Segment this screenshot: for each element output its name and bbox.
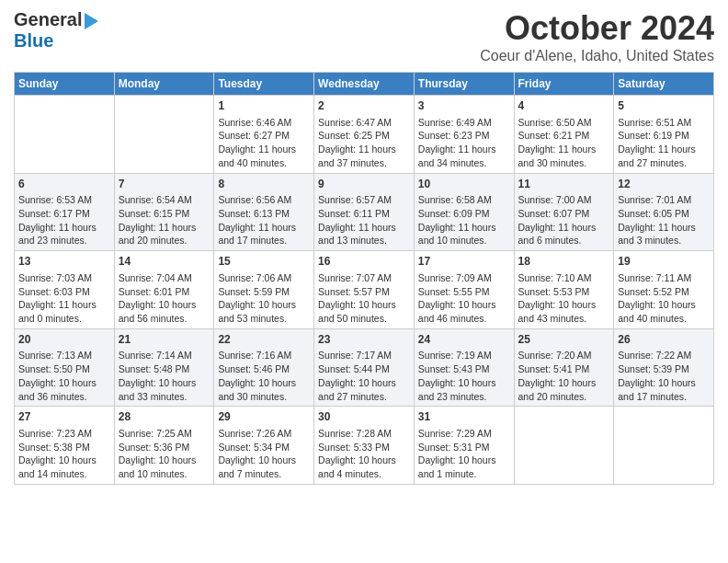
day-number: 2 bbox=[318, 98, 410, 114]
title-block: October 2024 Coeur d'Alene, Idaho, Unite… bbox=[480, 9, 714, 64]
header-sunday: Sunday bbox=[15, 73, 115, 96]
calendar-cell: 19Sunrise: 7:11 AM Sunset: 5:52 PM Dayli… bbox=[614, 251, 714, 329]
day-content: Sunrise: 6:56 AM Sunset: 6:13 PM Dayligh… bbox=[218, 193, 310, 247]
day-number: 12 bbox=[618, 177, 710, 192]
header-monday: Monday bbox=[114, 73, 214, 96]
day-content: Sunrise: 7:00 AM Sunset: 6:07 PM Dayligh… bbox=[518, 193, 610, 247]
header-thursday: Thursday bbox=[414, 73, 514, 96]
logo-general: General bbox=[14, 9, 82, 30]
week-row-1: 1Sunrise: 6:46 AM Sunset: 6:27 PM Daylig… bbox=[15, 96, 714, 174]
calendar-cell: 3Sunrise: 6:49 AM Sunset: 6:23 PM Daylig… bbox=[414, 96, 514, 174]
calendar-cell bbox=[614, 407, 714, 485]
calendar-cell: 25Sunrise: 7:20 AM Sunset: 5:41 PM Dayli… bbox=[514, 328, 614, 407]
calendar-cell: 31Sunrise: 7:29 AM Sunset: 5:31 PM Dayli… bbox=[414, 407, 514, 485]
calendar-cell: 27Sunrise: 7:23 AM Sunset: 5:38 PM Dayli… bbox=[15, 407, 115, 485]
day-number: 28 bbox=[119, 409, 210, 425]
day-number: 18 bbox=[518, 254, 610, 270]
week-row-2: 6Sunrise: 6:53 AM Sunset: 6:17 PM Daylig… bbox=[15, 173, 714, 251]
calendar-cell: 14Sunrise: 7:04 AM Sunset: 6:01 PM Dayli… bbox=[114, 251, 214, 329]
calendar-cell: 26Sunrise: 7:22 AM Sunset: 5:39 PM Dayli… bbox=[614, 328, 714, 407]
day-content: Sunrise: 7:19 AM Sunset: 5:43 PM Dayligh… bbox=[418, 349, 510, 403]
calendar-cell: 15Sunrise: 7:06 AM Sunset: 5:59 PM Dayli… bbox=[214, 251, 314, 329]
calendar-cell: 18Sunrise: 7:10 AM Sunset: 5:53 PM Dayli… bbox=[514, 251, 614, 329]
day-number: 25 bbox=[518, 332, 610, 348]
calendar-cell: 11Sunrise: 7:00 AM Sunset: 6:07 PM Dayli… bbox=[514, 173, 614, 251]
logo-arrow-icon bbox=[85, 13, 98, 29]
calendar-cell: 29Sunrise: 7:26 AM Sunset: 5:34 PM Dayli… bbox=[214, 407, 314, 485]
calendar-cell: 16Sunrise: 7:07 AM Sunset: 5:57 PM Dayli… bbox=[314, 251, 415, 329]
day-content: Sunrise: 7:20 AM Sunset: 5:41 PM Dayligh… bbox=[518, 349, 610, 403]
day-content: Sunrise: 7:23 AM Sunset: 5:38 PM Dayligh… bbox=[18, 427, 110, 481]
day-number: 15 bbox=[218, 254, 310, 270]
day-number: 13 bbox=[18, 254, 110, 270]
calendar-cell: 7Sunrise: 6:54 AM Sunset: 6:15 PM Daylig… bbox=[114, 173, 214, 251]
week-row-5: 27Sunrise: 7:23 AM Sunset: 5:38 PM Dayli… bbox=[15, 407, 714, 485]
day-content: Sunrise: 6:54 AM Sunset: 6:15 PM Dayligh… bbox=[119, 193, 210, 247]
logo-blue: Blue bbox=[14, 30, 53, 51]
day-number: 30 bbox=[318, 409, 410, 425]
day-content: Sunrise: 6:57 AM Sunset: 6:11 PM Dayligh… bbox=[318, 193, 410, 247]
day-content: Sunrise: 7:26 AM Sunset: 5:34 PM Dayligh… bbox=[218, 427, 310, 481]
week-row-4: 20Sunrise: 7:13 AM Sunset: 5:50 PM Dayli… bbox=[15, 328, 714, 407]
header-saturday: Saturday bbox=[614, 73, 714, 96]
day-number: 22 bbox=[218, 332, 310, 348]
day-number: 1 bbox=[218, 98, 310, 114]
day-number: 11 bbox=[518, 177, 610, 192]
calendar-cell: 24Sunrise: 7:19 AM Sunset: 5:43 PM Dayli… bbox=[414, 328, 514, 407]
day-content: Sunrise: 7:14 AM Sunset: 5:48 PM Dayligh… bbox=[119, 349, 210, 403]
day-content: Sunrise: 6:58 AM Sunset: 6:09 PM Dayligh… bbox=[418, 193, 510, 247]
day-number: 27 bbox=[18, 409, 110, 425]
logo: General Blue bbox=[14, 9, 98, 52]
day-number: 3 bbox=[418, 98, 510, 114]
day-content: Sunrise: 7:17 AM Sunset: 5:44 PM Dayligh… bbox=[318, 349, 410, 403]
day-content: Sunrise: 7:03 AM Sunset: 6:03 PM Dayligh… bbox=[18, 271, 110, 326]
day-content: Sunrise: 7:28 AM Sunset: 5:33 PM Dayligh… bbox=[318, 427, 410, 481]
day-number: 14 bbox=[119, 254, 210, 270]
calendar-cell: 17Sunrise: 7:09 AM Sunset: 5:55 PM Dayli… bbox=[414, 251, 514, 329]
day-number: 16 bbox=[318, 254, 410, 270]
calendar-cell: 21Sunrise: 7:14 AM Sunset: 5:48 PM Dayli… bbox=[114, 328, 214, 407]
calendar-cell: 23Sunrise: 7:17 AM Sunset: 5:44 PM Dayli… bbox=[314, 328, 415, 407]
calendar-cell: 20Sunrise: 7:13 AM Sunset: 5:50 PM Dayli… bbox=[15, 328, 115, 407]
day-content: Sunrise: 7:06 AM Sunset: 5:59 PM Dayligh… bbox=[218, 271, 310, 326]
day-number: 23 bbox=[318, 332, 410, 348]
calendar-cell: 22Sunrise: 7:16 AM Sunset: 5:46 PM Dayli… bbox=[214, 328, 314, 407]
day-number: 4 bbox=[518, 98, 610, 114]
header-tuesday: Tuesday bbox=[214, 73, 314, 96]
day-number: 17 bbox=[418, 254, 510, 270]
day-content: Sunrise: 7:11 AM Sunset: 5:52 PM Dayligh… bbox=[618, 271, 710, 326]
calendar-cell bbox=[514, 407, 614, 485]
day-content: Sunrise: 7:01 AM Sunset: 6:05 PM Dayligh… bbox=[618, 193, 710, 247]
day-content: Sunrise: 6:51 AM Sunset: 6:19 PM Dayligh… bbox=[618, 116, 710, 170]
day-content: Sunrise: 6:46 AM Sunset: 6:27 PM Dayligh… bbox=[218, 116, 310, 170]
day-content: Sunrise: 6:49 AM Sunset: 6:23 PM Dayligh… bbox=[418, 116, 510, 170]
calendar-cell: 12Sunrise: 7:01 AM Sunset: 6:05 PM Dayli… bbox=[614, 173, 714, 251]
calendar-cell: 2Sunrise: 6:47 AM Sunset: 6:25 PM Daylig… bbox=[314, 96, 415, 174]
calendar-cell: 13Sunrise: 7:03 AM Sunset: 6:03 PM Dayli… bbox=[15, 251, 115, 329]
calendar-table: SundayMondayTuesdayWednesdayThursdayFrid… bbox=[14, 72, 714, 485]
day-content: Sunrise: 7:09 AM Sunset: 5:55 PM Dayligh… bbox=[418, 271, 510, 326]
day-content: Sunrise: 7:13 AM Sunset: 5:50 PM Dayligh… bbox=[18, 349, 110, 403]
calendar-cell: 4Sunrise: 6:50 AM Sunset: 6:21 PM Daylig… bbox=[514, 96, 614, 174]
week-row-3: 13Sunrise: 7:03 AM Sunset: 6:03 PM Dayli… bbox=[15, 251, 714, 329]
day-number: 31 bbox=[418, 409, 510, 425]
day-number: 19 bbox=[618, 254, 710, 270]
calendar-subtitle: Coeur d'Alene, Idaho, United States bbox=[480, 48, 714, 64]
day-content: Sunrise: 7:10 AM Sunset: 5:53 PM Dayligh… bbox=[518, 271, 610, 326]
day-content: Sunrise: 7:16 AM Sunset: 5:46 PM Dayligh… bbox=[218, 349, 310, 403]
day-number: 9 bbox=[318, 177, 410, 192]
day-number: 6 bbox=[18, 177, 110, 192]
day-content: Sunrise: 7:29 AM Sunset: 5:31 PM Dayligh… bbox=[418, 427, 510, 481]
calendar-cell: 5Sunrise: 6:51 AM Sunset: 6:19 PM Daylig… bbox=[614, 96, 714, 174]
calendar-cell bbox=[114, 96, 214, 174]
day-content: Sunrise: 7:07 AM Sunset: 5:57 PM Dayligh… bbox=[318, 271, 410, 326]
calendar-cell: 8Sunrise: 6:56 AM Sunset: 6:13 PM Daylig… bbox=[214, 173, 314, 251]
day-number: 10 bbox=[418, 177, 510, 192]
calendar-cell bbox=[15, 96, 115, 174]
day-number: 5 bbox=[618, 98, 710, 114]
calendar-cell: 30Sunrise: 7:28 AM Sunset: 5:33 PM Dayli… bbox=[314, 407, 415, 485]
header-friday: Friday bbox=[514, 73, 614, 96]
calendar-title: October 2024 bbox=[480, 9, 714, 48]
calendar-cell: 6Sunrise: 6:53 AM Sunset: 6:17 PM Daylig… bbox=[15, 173, 115, 251]
page-header: General Blue October 2024 Coeur d'Alene,… bbox=[14, 9, 714, 64]
